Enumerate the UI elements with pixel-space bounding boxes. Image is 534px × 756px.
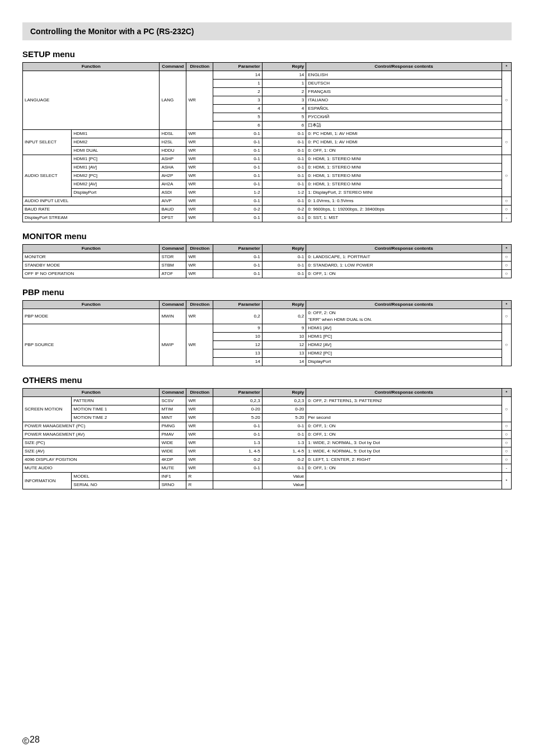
cell: 12 xyxy=(262,341,306,349)
cell: 0: 1.0Vrms, 1: 0.5Vrms xyxy=(306,197,502,206)
th-parameter: Parameter xyxy=(213,301,262,309)
cell: STBM xyxy=(160,262,186,270)
cell: DisplayPort STREAM xyxy=(23,214,160,222)
cell: 0-1 xyxy=(213,431,262,439)
cell: 0-1 xyxy=(262,130,306,138)
cell: HDMI DUAL xyxy=(72,147,160,155)
cell: 1 xyxy=(213,80,262,88)
cell: Value xyxy=(262,473,306,481)
cell: 1-3 xyxy=(213,439,262,447)
cell: WR xyxy=(186,147,213,155)
cell: DisplayPort xyxy=(306,358,502,366)
th-command: Command xyxy=(160,245,186,253)
cell: Value xyxy=(262,481,306,489)
cell: ○ xyxy=(502,155,511,197)
th-command: Command xyxy=(160,301,186,309)
cell: 1-2 xyxy=(262,189,306,197)
cell: 0-1 xyxy=(262,422,306,431)
cell: ○ xyxy=(502,130,511,155)
cell: 0-1 xyxy=(213,464,262,473)
cell: OFF IF NO OPERATION xyxy=(23,270,160,278)
cell: HDMI2 [AV] xyxy=(72,180,160,189)
cell: 0-1 xyxy=(262,262,306,270)
cell: MONITOR xyxy=(23,253,160,262)
cell: 0-20 xyxy=(262,405,306,414)
cell: HDMI1 [AV] xyxy=(72,164,160,172)
cell: 0: OFF, 1: ON xyxy=(306,270,502,278)
cell: DEUTSCH xyxy=(306,80,502,88)
cell: 0-1 xyxy=(262,138,306,147)
cell: MUTE xyxy=(160,464,186,473)
th-direction: Direction xyxy=(186,63,213,71)
th-function: Function xyxy=(23,63,160,71)
cell: 0-1 xyxy=(213,164,262,172)
cell: DisplayPort xyxy=(72,189,160,197)
cell: LANGUAGE xyxy=(23,71,160,130)
cell: 6 xyxy=(262,122,306,130)
cell: 1-2 xyxy=(213,189,262,197)
cell: 0: SST, 1: MST xyxy=(306,214,502,222)
cell: 0: PC HDMI, 1: AV HDMI xyxy=(306,130,502,138)
cell: 0-1 xyxy=(213,155,262,164)
cell xyxy=(306,481,502,489)
cell: 日本語 xyxy=(306,122,502,130)
th-reply: Reply xyxy=(262,245,306,253)
cell: AUDIO INPUT LEVEL xyxy=(23,197,160,206)
cell: 10 xyxy=(213,333,262,341)
cell: 0-1 xyxy=(213,253,262,262)
cell: HDMI2 [PC] xyxy=(72,172,160,180)
cell: WR xyxy=(186,397,213,405)
cell: POWER MANAGEMENT (AV) xyxy=(23,431,160,439)
cell: 0: OFF, 1: ON xyxy=(306,147,502,155)
cell: ○ xyxy=(502,397,511,422)
cell: WR xyxy=(186,214,213,222)
th-star: * xyxy=(502,389,511,397)
cell: 0: LANDSCAPE, 1: PORTRAIT xyxy=(306,253,502,262)
cell: ENGLISH xyxy=(306,71,502,80)
cell: WR xyxy=(186,439,213,447)
cell: INFORMATION xyxy=(23,473,72,489)
cell: 0: STANDARD, 1: LOW POWER xyxy=(306,262,502,270)
cell: 0-1 xyxy=(262,431,306,439)
cell: LANG xyxy=(160,71,186,130)
cell: ASDI xyxy=(160,189,186,197)
cell: 0-1 xyxy=(262,172,306,180)
th-direction: Direction xyxy=(186,389,213,397)
cell: ○ xyxy=(502,431,511,439)
cell: PMNG xyxy=(160,422,186,431)
monitor-title: MONITOR menu xyxy=(22,231,512,241)
cell: 1, 4-5 xyxy=(262,447,306,456)
cell: 0: LEFT, 1: CENTER, 2: RIGHT xyxy=(306,456,502,464)
cell: 10 xyxy=(262,333,306,341)
cell: 6 xyxy=(213,122,262,130)
cell: 0-1 xyxy=(213,130,262,138)
cell: WR xyxy=(186,270,213,278)
pbp-title: PBP menu xyxy=(22,287,512,297)
cell: MTIM xyxy=(160,405,186,414)
cell: 0: HDMI, 1: STEREO MINI xyxy=(306,164,502,172)
cell: - xyxy=(502,464,511,473)
cell: 14 xyxy=(213,71,262,80)
cell: MWIP xyxy=(160,324,186,366)
cell: 0-1 xyxy=(213,197,262,206)
cell: 0-2 xyxy=(213,456,262,464)
cell: 1: WIDE, 4: NORMAL, 5: Dot by Dot xyxy=(306,447,502,456)
cell: WR xyxy=(186,197,213,206)
cell: 0-20 xyxy=(213,405,262,414)
cell: ○ xyxy=(502,262,511,270)
cell: WR xyxy=(186,464,213,473)
cell: 0,2 xyxy=(213,309,262,324)
cell: 0: OFF, 2: ON "ERR" when HDMI DUAL is ON… xyxy=(306,309,502,324)
cell: 1: WIDE, 2: NORMAL, 3: Dot by Dot xyxy=(306,439,502,447)
cell: 5-20 xyxy=(213,414,262,422)
th-content: Control/Response contents xyxy=(306,245,502,253)
cell xyxy=(306,405,502,414)
cell: 0-1 xyxy=(262,270,306,278)
cell: 5 xyxy=(262,113,306,122)
cell: ATOF xyxy=(160,270,186,278)
cell: ASHP xyxy=(160,155,186,164)
cell: 0: OFF, 1: ON xyxy=(306,431,502,439)
cell: 0-2 xyxy=(262,206,306,214)
cell: SRNO xyxy=(160,481,186,489)
th-direction: Direction xyxy=(186,245,213,253)
